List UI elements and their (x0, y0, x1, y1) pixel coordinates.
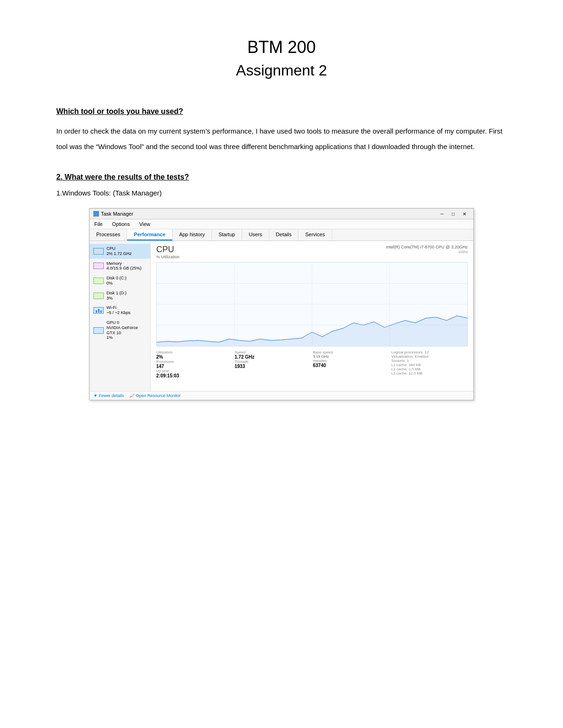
section1-body: In order to check the data on my current… (56, 123, 507, 154)
disk1-color-swatch (93, 293, 104, 299)
stat-label-handles: Handles (313, 359, 389, 363)
sidebar-item-disk0[interactable]: Disk 0 (C:)0% (90, 273, 150, 288)
sidebar-disk0-label: Disk 0 (C:)0% (107, 276, 127, 286)
section1-heading: Which tool or tools you have used? (56, 107, 507, 116)
sidebar-disk1-label: Disk 1 (D:)3% (107, 291, 127, 301)
gpu-color-swatch (93, 327, 104, 334)
disk0-color-swatch (93, 278, 104, 284)
tm-cpu-chart-svg (157, 263, 467, 346)
tm-footer: ▼ Fewer details 📈 Open Resource Monitor (90, 391, 473, 400)
tm-cpu-info: Intel(R) Core(TM) i7-8700 CPU @ 3.20GHz1… (386, 245, 468, 254)
sidebar-item-gpu[interactable]: GPU 0NVIDIA GeForce GTX 101% (90, 318, 150, 343)
tm-menubar: File Options View (90, 219, 473, 229)
sidebar-item-disk1[interactable]: Disk 1 (D:)3% (90, 288, 150, 303)
tm-cpu-title-label: CPU (156, 245, 180, 255)
stat-label-l2: L2 cache: 1.5 MB (391, 367, 468, 371)
tab-users[interactable]: Users (242, 229, 269, 240)
stat-value-processes: 147 (156, 364, 233, 369)
stat-label-base-speed: Base speed: (313, 350, 389, 354)
stat-value-handles: 63740 (313, 363, 389, 368)
sidebar-gpu-label: GPU 0NVIDIA GeForce GTX 101% (107, 320, 146, 340)
stat-label-uptime: Up time (156, 369, 233, 373)
sidebar-item-cpu[interactable]: CPU2% 1.72 GHz (90, 244, 150, 259)
tm-titlebar-left: Task Manager (93, 211, 133, 217)
open-resource-monitor-link[interactable]: 📈 Open Resource Monitor (129, 393, 181, 398)
tab-app-history[interactable]: App history (173, 229, 212, 240)
stat-group-utilization: Utilization 2% Processes 147 Up time 2:0… (156, 350, 233, 378)
tm-util-label: % Utilization (156, 255, 180, 259)
page-header: BTM 200 Assignment 2 (56, 38, 507, 79)
stat-label-threads: Threads (235, 360, 311, 364)
sidebar-memory-label: Memory4.0/15.9 GB (25%) (107, 261, 142, 271)
tm-restore-button[interactable]: □ (448, 210, 458, 218)
stat-value-utilization: 2% (156, 354, 233, 360)
sidebar-item-memory[interactable]: Memory4.0/15.9 GB (25%) (90, 259, 150, 274)
stat-label-l1: L1 cache: 384 KB (391, 363, 468, 367)
stat-label-sockets: Sockets: 1 (391, 359, 468, 363)
tab-processes[interactable]: Processes (90, 229, 127, 240)
stat-value-uptime: 2:09:15:03 (156, 373, 233, 378)
fewer-details-link[interactable]: ▼ Fewer details (93, 393, 124, 398)
stat-label-processes: Processes (156, 360, 233, 364)
stat-value-threads: 1933 (235, 364, 311, 369)
tm-cpu-chart (156, 262, 468, 346)
tm-titlebar: Task Manager ─ □ ✕ (90, 209, 473, 219)
tm-close-button[interactable]: ✕ (459, 210, 470, 218)
subsection-label: 1.Windows Tools: (Task Manager) (56, 189, 507, 197)
tm-menu-options[interactable]: Options (110, 220, 132, 228)
tm-main-content: CPU % Utilization Intel(R) Core(TM) i7-8… (151, 241, 473, 391)
tm-window-title: Task Manager (101, 211, 133, 217)
stat-label-logical: Logical processors: 12 (391, 350, 468, 354)
tm-menu-view[interactable]: View (137, 220, 152, 228)
section-question1: Which tool or tools you have used? In or… (56, 107, 507, 154)
tm-minimize-button[interactable]: ─ (437, 210, 447, 218)
tm-body: CPU2% 1.72 GHz Memory4.0/15.9 GB (25%) D… (90, 241, 473, 391)
sidebar-cpu-label: CPU2% 1.72 GHz (107, 246, 132, 256)
stat-value-base-speed: 3.19 GHz (313, 354, 389, 359)
sidebar-wifi-label: Wi-Fi~5 / ~2 Kbps (107, 305, 130, 315)
stat-value-speed: 1.72 GHz (235, 354, 311, 360)
stat-label-utilization: Utilization (156, 350, 233, 354)
stat-group-base: Base speed: 3.19 GHz Handles 63740 (313, 350, 389, 378)
tm-menu-file[interactable]: File (92, 220, 105, 228)
tm-cpu-stats: Utilization 2% Processes 147 Up time 2:0… (156, 350, 468, 378)
tm-window-controls: ─ □ ✕ (437, 210, 470, 218)
tm-cpu-section-title: CPU % Utilization (156, 245, 180, 260)
stat-label-virtualization: Virtualization: Enabled (391, 354, 468, 359)
stat-label-speed: Speed (235, 350, 311, 354)
task-manager-screenshot: Task Manager ─ □ ✕ File Options View Pro… (89, 208, 474, 400)
cpu-color-swatch (93, 248, 104, 255)
section2-heading: 2. What were the results of the tests? (56, 173, 507, 181)
tm-sidebar: CPU2% 1.72 GHz Memory4.0/15.9 GB (25%) D… (90, 241, 151, 391)
sidebar-item-wifi[interactable]: Wi-Fi~5 / ~2 Kbps (90, 303, 150, 318)
tab-details[interactable]: Details (269, 229, 299, 240)
tab-startup[interactable]: Startup (212, 229, 242, 240)
section-question2: 2. What were the results of the tests? 1… (56, 173, 507, 400)
page-title: BTM 200 (56, 38, 507, 57)
stat-group-cache: Logical processors: 12 Virtualization: E… (391, 350, 468, 378)
wifi-color-swatch (93, 307, 104, 314)
tab-services[interactable]: Services (298, 229, 332, 240)
memory-color-swatch (93, 263, 104, 269)
tm-tabs: Processes Performance App history Startu… (90, 229, 473, 241)
tm-main-header: CPU % Utilization Intel(R) Core(TM) i7-8… (156, 245, 468, 260)
stat-group-speed: Speed 1.72 GHz Threads 1933 (235, 350, 311, 378)
tm-app-icon (93, 211, 99, 217)
page-subtitle: Assignment 2 (56, 62, 507, 79)
stat-label-l3: L3 cache: 12.0 MB (391, 371, 468, 375)
tab-performance[interactable]: Performance (127, 229, 172, 240)
